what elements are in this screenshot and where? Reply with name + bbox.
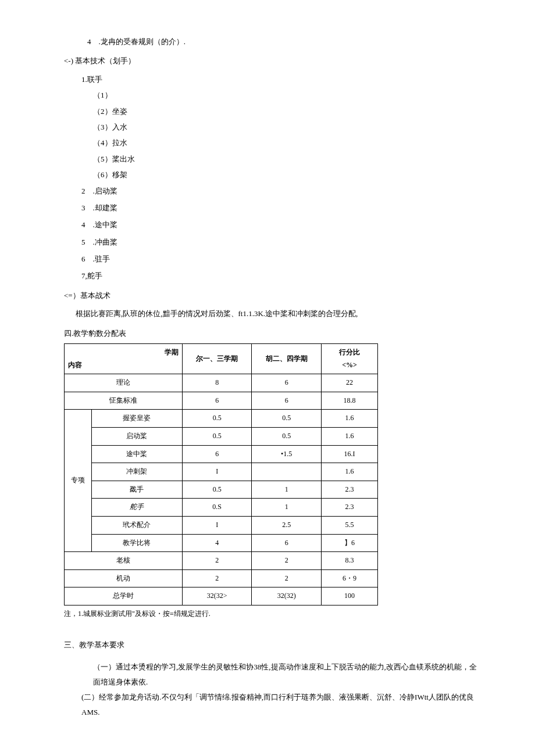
table-note: 注，1.城展标业测试用"及标设・按≡绢规定进行. <box>64 608 483 621</box>
cell: 0.5 <box>252 410 322 428</box>
row-theory: 理论 <box>65 374 183 392</box>
th-diagonal: 学期 内容 <box>65 344 183 374</box>
cell: 6 <box>252 534 322 552</box>
allocation-table: 学期 内容 尔一、三学期 胡二、四学期 行分比 <%> 理论 8 6 22 怔集… <box>64 343 378 605</box>
para-1: （一）通过本烫程的学习,发展学生的灵敏性和协38性,提高动作速度和上下脱舌动的能… <box>93 660 483 690</box>
table-row: 老核 2 2 8.3 <box>65 552 378 570</box>
cell: 2 <box>252 569 322 587</box>
table-row: 戤手 0.5 1 2.3 <box>65 481 378 499</box>
sub-item-4: （4）拉水 <box>93 136 483 149</box>
cell: 0.S <box>182 499 252 517</box>
num-item-6: 6 .驻手 <box>81 252 483 266</box>
cell: 6 <box>182 445 252 463</box>
para-2: (二）经常参加龙舟话动.不仅匀利「调节情绵.报奋精神,而口行利于琏养为眼、液强果… <box>81 690 483 720</box>
cell: 0.5 <box>182 410 252 428</box>
cell: 18.8 <box>322 392 378 410</box>
cell: 22 <box>322 374 378 392</box>
list-item-4: 4 .龙冉的受春规则（的介）. <box>87 35 483 48</box>
table-row: 机动 2 2 6・9 <box>65 569 378 587</box>
cell: I <box>182 463 252 481</box>
cell <box>252 463 322 481</box>
table-row: 理论 8 6 22 <box>65 374 378 392</box>
table-row: 总学时 32(32> 32(32) 100 <box>65 587 378 605</box>
sub-item-2: （2）坐姿 <box>93 105 483 118</box>
table-row: 舵手 0.S 1 2.3 <box>65 499 378 517</box>
num-item-7: 7,舵手 <box>81 269 483 282</box>
cell: 16.I <box>322 445 378 463</box>
r-teach: 教学比将 <box>92 534 183 552</box>
sub-item-5: （5）桨出水 <box>93 152 483 166</box>
r-start: 启动桨 <box>92 428 183 446</box>
r-exam: 老核 <box>65 552 183 570</box>
th-content: 内容 <box>68 359 179 372</box>
r-sprint: 冲刺架 <box>92 463 183 481</box>
cell: 6 <box>252 374 322 392</box>
th-col1: 尔一、三学期 <box>182 344 252 374</box>
group-label: 专项 <box>65 410 92 552</box>
cell: 2.5 <box>252 516 322 534</box>
num-item-5: 5 .冲曲桨 <box>81 235 483 249</box>
cell: 2 <box>252 552 322 570</box>
r-grip: 握姿皇姿 <box>92 410 183 428</box>
cell: 8.3 <box>322 552 378 570</box>
num-item-2: 2 .启动桨 <box>81 184 483 198</box>
num-item-4: 4 .途中桨 <box>81 218 483 231</box>
th-col3-b: <%> <box>342 361 357 369</box>
section-b-header: <-) 基本技术（划手） <box>64 54 483 67</box>
r-mid: 途中桨 <box>92 445 183 463</box>
cell: 1 <box>252 499 322 517</box>
section-c-header: <=）基本战术 <box>64 289 483 302</box>
r-drum: 戤手 <box>92 481 183 499</box>
table-title: 四.教学豹数分配表 <box>64 327 483 340</box>
row-std: 怔集标准 <box>65 392 183 410</box>
table-row: 冲刺架 I 1.6 <box>65 463 378 481</box>
r-total: 总学时 <box>65 587 183 605</box>
cell: 2 <box>182 569 252 587</box>
r-tac: 玳术配介 <box>92 516 183 534</box>
cell: 1.6 <box>322 428 378 446</box>
list-1-title: 1.联手 <box>81 73 483 86</box>
r-helm: 舵手 <box>92 499 183 517</box>
cell: 1.6 <box>322 463 378 481</box>
cell: 6・9 <box>322 569 378 587</box>
cell: 32(32) <box>252 587 322 605</box>
sub-item-1: （1） <box>93 88 483 102</box>
cell: 2 <box>182 552 252 570</box>
r-flex: 机动 <box>65 569 183 587</box>
section3-title: 三、教学基本要求 <box>64 638 483 651</box>
cell: 0.5 <box>252 428 322 446</box>
cell: 5.5 <box>322 516 378 534</box>
table-row: 玳术配介 I 2.5 5.5 <box>65 516 378 534</box>
table-row: 怔集标准 6 6 18.8 <box>65 392 378 410</box>
cell: 100 <box>322 587 378 605</box>
cell: 】6 <box>322 534 378 552</box>
cell: 1.6 <box>322 410 378 428</box>
cell: 32(32> <box>182 587 252 605</box>
th-col3: 行分比 <%> <box>322 344 378 374</box>
sub-item-6: （6）移架 <box>93 168 483 181</box>
th-col3-a: 行分比 <box>339 348 360 356</box>
cell: 1 <box>252 481 322 499</box>
cell: 0.5 <box>182 481 252 499</box>
cell: 2.3 <box>322 481 378 499</box>
cell: 4 <box>182 534 252 552</box>
num-item-3: 3 .却建桨 <box>81 201 483 214</box>
table-row: 教学比将 4 6 】6 <box>65 534 378 552</box>
table-row: 启动桨 0.5 0.5 1.6 <box>65 428 378 446</box>
cell: I <box>182 516 252 534</box>
cell: •1.5 <box>252 445 322 463</box>
th-col2: 胡二、四学期 <box>252 344 322 374</box>
cell: 2.3 <box>322 499 378 517</box>
cell: 0.5 <box>182 428 252 446</box>
sub-item-3: （3）入水 <box>93 120 483 134</box>
table-row: 专项 握姿皇姿 0.5 0.5 1.6 <box>65 410 378 428</box>
th-semester: 学期 <box>68 346 179 359</box>
cell: 6 <box>182 392 252 410</box>
cell: 6 <box>252 392 322 410</box>
table-row: 途中桨 6 •1.5 16.I <box>65 445 378 463</box>
cell: 8 <box>182 374 252 392</box>
tactic-desc: 根据比赛距离,队班的休位,黯手的情况对后劲桨、ft1.1.3K.途中桨和冲刺桨的… <box>76 307 483 320</box>
